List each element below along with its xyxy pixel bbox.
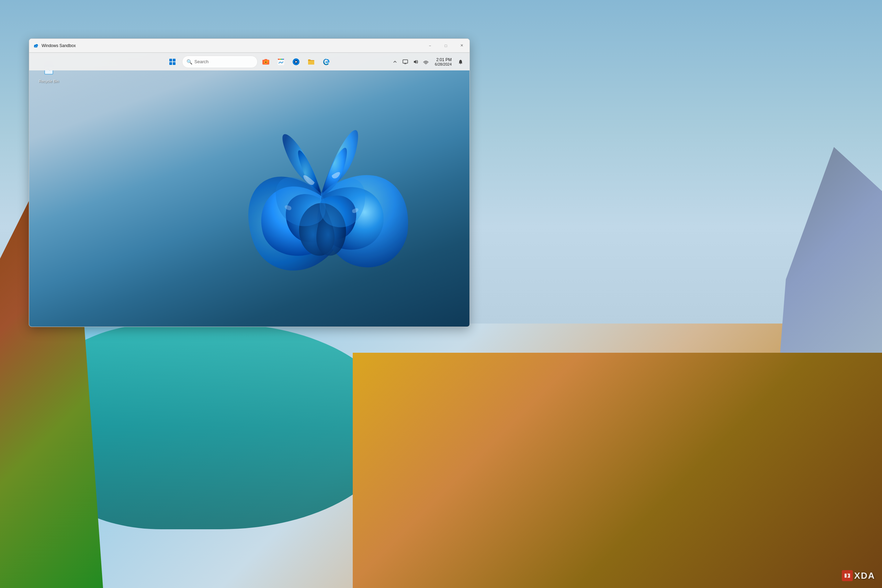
svg-rect-25 [403,60,408,63]
start-square-1 [170,59,172,62]
system-clock[interactable]: 2:01 PM 6/28/2024 [433,57,454,67]
second-screen-button[interactable] [400,57,410,67]
svg-rect-13 [278,59,279,60]
media-player-icon[interactable] [289,55,303,69]
xda-logo: XDA [842,570,875,581]
file-explorer-icon[interactable] [304,55,318,69]
title-bar: Windows Sandbox − □ ✕ [29,39,470,52]
edge-browser-icon[interactable] [320,55,333,69]
chevron-up-icon [393,60,397,63]
start-button[interactable] [165,55,179,69]
minimize-button[interactable]: − [422,39,438,52]
svg-point-29 [426,63,426,64]
svg-rect-30 [844,574,847,578]
search-text: Search [194,59,208,64]
svg-rect-17 [284,59,284,60]
xda-watermark: XDA [842,570,875,581]
windows-start-icon [170,59,176,65]
start-square-3 [170,62,172,65]
close-button[interactable]: ✕ [454,39,470,52]
clock-time: 2:01 PM [436,57,452,62]
sandbox-desktop: Recycle Bin [29,52,470,327]
speaker-icon [413,59,418,64]
svg-rect-14 [279,59,280,60]
win11-wallpaper [201,86,442,299]
title-bar-controls: − □ ✕ [422,39,470,52]
taskbar-tray: 2:01 PM 6/28/2024 [390,57,465,67]
svg-point-11 [267,60,268,61]
recycle-bin-label: Recycle Bin [39,79,59,84]
volume-button[interactable] [411,57,420,67]
svg-rect-16 [282,59,284,60]
start-square-4 [173,62,176,65]
camera-app-icon[interactable] [259,55,273,69]
svg-rect-15 [280,59,282,60]
maximize-button[interactable]: □ [438,39,454,52]
taskbar-search-bar[interactable]: 🔍 Search [182,56,258,68]
water-area [44,324,397,529]
paint-app-icon[interactable] [274,55,288,69]
monitor-icon [402,59,408,64]
tray-overflow-button[interactable] [390,57,400,67]
notification-bell-icon [458,59,464,64]
svg-rect-10 [264,59,267,60]
svg-point-24 [325,61,329,63]
xda-text-label: XDA [854,570,875,581]
sandbox-window: Windows Sandbox − □ ✕ [29,39,470,327]
xda-icon-block [842,570,853,581]
svg-point-9 [266,62,267,63]
network-icon [423,59,429,64]
start-square-2 [173,59,176,62]
sand-area [353,353,882,588]
window-title: Windows Sandbox [42,43,465,48]
svg-rect-23 [308,61,314,64]
search-icon: 🔍 [186,59,192,64]
sandbox-title-icon [33,43,39,48]
sandbox-taskbar: 🔍 Search [29,52,470,70]
clock-date: 6/28/2024 [435,62,452,66]
notification-button[interactable] [456,57,465,67]
taskbar-center-items: 🔍 Search [165,55,333,69]
system-tray [390,57,431,67]
network-button[interactable] [421,57,431,67]
